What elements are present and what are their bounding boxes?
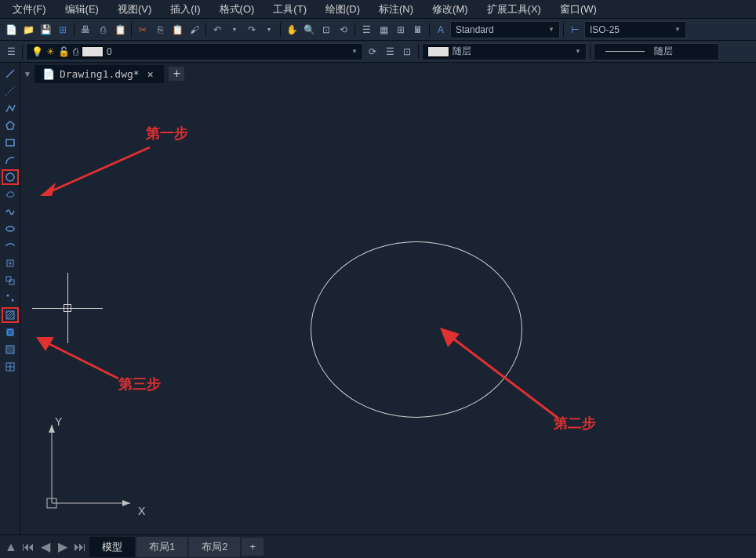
svg-line-32 (444, 332, 558, 418)
svg-line-30 (44, 147, 150, 194)
menu-tools[interactable]: 工具(T) (264, 0, 316, 18)
preview-icon[interactable]: ⎙ (95, 22, 111, 38)
gradient-icon[interactable] (2, 324, 19, 340)
layer-prev-icon[interactable]: ⟳ (365, 44, 380, 60)
dim-style-dropdown[interactable]: ISO-25 ▼ (584, 21, 686, 38)
tab-nav-last-icon[interactable]: ⏭ (72, 539, 88, 555)
model-tab[interactable]: 模型 (89, 537, 135, 557)
layer-iso-icon[interactable]: ⊡ (399, 44, 415, 60)
close-icon[interactable]: ✕ (144, 68, 157, 80)
spline-icon[interactable] (2, 204, 19, 219)
open-icon[interactable]: 📁 (20, 22, 36, 38)
color-dropdown[interactable]: 随层 ▼ (422, 43, 587, 60)
publish-icon[interactable]: 📋 (112, 22, 128, 38)
make-block-icon[interactable] (2, 273, 19, 288)
ellipse-arc-icon[interactable] (2, 238, 19, 254)
menu-express[interactable]: 扩展工具(X) (478, 0, 551, 18)
color-swatch (427, 46, 449, 57)
print-icon[interactable]: 🖶 (78, 22, 93, 38)
tab-nav-next-icon[interactable]: ▶ (55, 539, 71, 555)
svg-rect-3 (6, 140, 14, 146)
insert-block-icon[interactable] (2, 255, 19, 271)
ellipse-icon[interactable] (2, 221, 19, 237)
svg-line-0 (6, 70, 14, 78)
table-icon[interactable] (2, 359, 19, 375)
lightbulb-icon: 💡 (31, 46, 43, 57)
ucs-icon (36, 417, 138, 519)
menu-modify[interactable]: 修改(M) (423, 0, 478, 18)
menubar: 文件(F) 编辑(E) 视图(V) 插入(I) 格式(O) 工具(T) 绘图(D… (0, 0, 756, 19)
save-icon[interactable]: 💾 (38, 22, 53, 38)
point-icon[interactable] (2, 290, 19, 306)
dsettings-icon[interactable]: ▦ (376, 22, 391, 38)
chevron-down-icon: ▼ (674, 26, 681, 33)
undo-icon[interactable]: ↶ (209, 22, 225, 38)
svg-line-34 (40, 339, 118, 379)
matchprop-icon[interactable]: 🖌 (187, 22, 202, 38)
tab-dropdown-icon[interactable]: ▼ (24, 70, 31, 78)
menu-edit[interactable]: 编辑(E) (56, 0, 108, 18)
rectangle-icon[interactable] (2, 135, 19, 150)
svg-rect-10 (9, 280, 14, 284)
properties-icon[interactable]: ☰ (358, 22, 374, 38)
polyline-icon[interactable] (2, 100, 19, 116)
zoom-window-icon[interactable]: ⊡ (318, 22, 334, 38)
layer-manager-icon[interactable]: ☰ (3, 44, 19, 60)
line-icon[interactable] (2, 66, 19, 82)
layout1-tab[interactable]: 布局1 (136, 537, 187, 557)
circle-icon[interactable] (2, 169, 19, 185)
add-tab-button[interactable]: + (169, 67, 184, 81)
xline-icon[interactable] (2, 83, 19, 99)
paste-icon[interactable]: 📋 (169, 22, 185, 38)
add-layout-button[interactable]: + (242, 538, 264, 556)
svg-marker-33 (440, 328, 460, 347)
drawing-canvas[interactable]: Y X 第一步 第二步 第三步 (20, 85, 756, 534)
redo-dropdown-icon[interactable]: ▼ (261, 22, 277, 38)
dimstyle-icon[interactable]: ⊢ (567, 22, 583, 38)
menu-view[interactable]: 视图(V) (108, 0, 161, 18)
redo-icon[interactable]: ↷ (244, 22, 260, 38)
layer-state-icon[interactable]: ☰ (382, 44, 398, 60)
layer-dropdown[interactable]: 💡 ☀ 🔓 ⎙ 0 ▼ (26, 43, 363, 60)
menu-draw[interactable]: 绘图(D) (316, 0, 369, 18)
menu-file[interactable]: 文件(F) (3, 0, 56, 18)
saveall-icon[interactable]: ⊞ (55, 22, 71, 38)
cut-icon[interactable]: ✂ (135, 22, 151, 38)
pan-icon[interactable]: ✋ (284, 22, 300, 38)
tab-nav-first-icon[interactable]: ⏮ (20, 539, 36, 555)
zoom-icon[interactable]: 🔍 (301, 22, 317, 38)
menu-window[interactable]: 窗口(W) (551, 0, 606, 18)
chevron-down-icon: ▼ (548, 26, 554, 33)
calc-icon[interactable]: 🖩 (410, 22, 426, 38)
arc-icon[interactable] (2, 152, 19, 168)
svg-point-12 (11, 299, 13, 302)
undo-dropdown-icon[interactable]: ▼ (227, 22, 242, 38)
toolpalette-icon[interactable]: ⊞ (393, 22, 409, 38)
textstyle-a-icon[interactable]: A (433, 22, 449, 38)
drawing-tab[interactable]: 📄 Drawing1.dwg* ✕ (35, 65, 165, 83)
linetype-dropdown[interactable]: 随层 (594, 43, 719, 60)
region-icon[interactable] (2, 342, 19, 357)
svg-rect-21 (6, 346, 14, 353)
tab-nav-up-icon[interactable]: ▲ (3, 539, 19, 555)
toolbar-standard: 📄 📁 💾 ⊞ 🖶 ⎙ 📋 ✂ ⎘ 📋 🖌 ↶ ▼ ↷ ▼ ✋ 🔍 ⊡ ⟲ ☰ … (0, 19, 756, 41)
menu-insert[interactable]: 插入(I) (161, 0, 209, 18)
new-icon[interactable]: 📄 (3, 22, 19, 38)
svg-point-5 (6, 226, 14, 231)
menu-format[interactable]: 格式(O) (210, 0, 264, 18)
dwg-icon: 📄 (42, 68, 55, 80)
linetype-preview (605, 51, 645, 52)
zoom-prev-icon[interactable]: ⟲ (336, 22, 351, 38)
tab-nav-prev-icon[interactable]: ◀ (38, 539, 53, 555)
revcloud-icon[interactable] (2, 187, 19, 202)
menu-dimension[interactable]: 标注(N) (369, 0, 423, 18)
arrow-step3 (28, 328, 130, 390)
dim-style-value: ISO-25 (590, 24, 620, 35)
polygon-icon[interactable] (2, 118, 19, 133)
layout2-tab[interactable]: 布局2 (189, 537, 240, 557)
color-value: 随层 (453, 45, 471, 58)
text-style-dropdown[interactable]: Standard ▼ (450, 21, 560, 38)
hatch-icon[interactable] (2, 307, 19, 323)
copy-icon[interactable]: ⎘ (152, 22, 168, 38)
chevron-down-icon: ▼ (351, 48, 358, 55)
